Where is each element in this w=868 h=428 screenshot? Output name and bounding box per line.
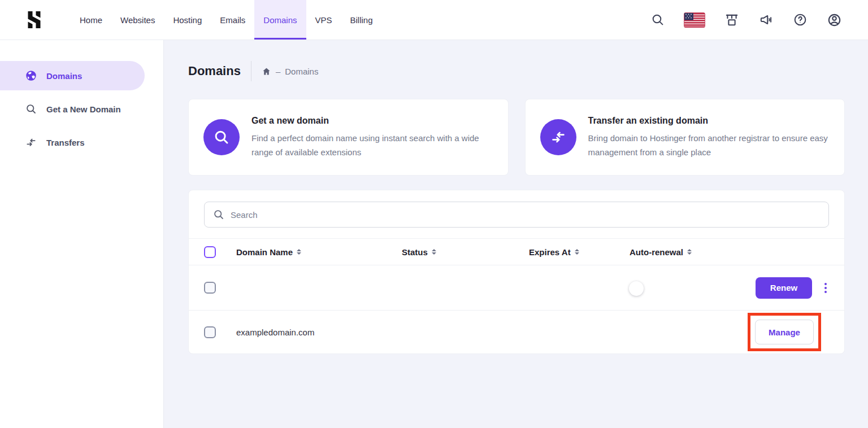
transfers-icon (25, 137, 37, 148)
header-divider (251, 61, 251, 81)
home-icon[interactable] (262, 67, 271, 76)
sort-icon (432, 249, 436, 255)
column-header-expires-at[interactable]: Expires At (529, 247, 630, 257)
us-flag-icon[interactable] (684, 12, 705, 28)
transfer-domain-card[interactable]: Transfer an existing domain Bring domain… (525, 99, 845, 176)
sort-icon (687, 249, 692, 255)
search-icon[interactable] (651, 13, 665, 27)
topbar-actions (651, 0, 868, 40)
hostinger-logo[interactable] (25, 0, 44, 40)
nav-item-vps[interactable]: VPS (306, 0, 341, 40)
card-text: Get a new domain Find a perfect domain n… (251, 116, 493, 159)
sidebar-item-label: Transfers (46, 138, 85, 147)
row-checkbox[interactable] (204, 326, 216, 338)
table-row: Renew (189, 265, 844, 311)
sidebar-item-label: Get a New Domain (46, 104, 121, 114)
nav-item-home[interactable]: Home (71, 0, 111, 40)
table-row: exampledomain.com Manage (189, 311, 844, 353)
breadcrumb-separator: – (276, 67, 280, 76)
card-title: Transfer an existing domain (588, 116, 830, 126)
search-icon (25, 103, 37, 115)
manage-button[interactable]: Manage (755, 320, 814, 344)
sort-icon (575, 249, 579, 255)
card-description: Bring domain to Hostinger from another r… (588, 131, 830, 159)
table-search (204, 202, 829, 228)
sidebar-item-label: Domains (46, 71, 82, 81)
kebab-menu-icon[interactable] (822, 281, 829, 295)
marketplace-icon[interactable] (724, 12, 739, 27)
nav-item-billing[interactable]: Billing (341, 0, 382, 40)
main-content: Domains – Domains Get a new domain (164, 40, 868, 428)
column-header-status[interactable]: Status (402, 247, 529, 257)
page-header: Domains – Domains (188, 61, 845, 81)
transfer-icon (540, 119, 576, 155)
get-new-domain-card[interactable]: Get a new domain Find a perfect domain n… (188, 99, 509, 176)
domains-table-card: Domain Name Status Expires At Auto-renew… (188, 190, 845, 354)
globe-icon (25, 69, 37, 82)
toggle-knob (629, 281, 644, 296)
row-checkbox[interactable] (204, 282, 216, 294)
search-icon (213, 209, 224, 220)
breadcrumb: – Domains (262, 67, 319, 76)
sidebar: Domains Get a New Domain Transfers (0, 40, 164, 428)
card-text: Transfer an existing domain Bring domain… (588, 116, 830, 159)
announcements-icon[interactable] (758, 12, 774, 27)
row-actions: Manage (705, 313, 829, 351)
red-highlight-box: Manage (748, 313, 821, 351)
sidebar-item-domains[interactable]: Domains (0, 61, 145, 90)
card-description: Find a perfect domain name using instant… (251, 131, 493, 159)
search-input[interactable] (231, 210, 820, 220)
nav-item-domains[interactable]: Domains (254, 0, 306, 40)
promo-cards: Get a new domain Find a perfect domain n… (188, 99, 845, 176)
select-all-checkbox[interactable] (204, 246, 216, 258)
account-icon[interactable] (827, 12, 842, 28)
search-icon (203, 119, 240, 155)
sidebar-item-transfers[interactable]: Transfers (0, 128, 145, 157)
help-icon[interactable] (793, 12, 808, 27)
sort-icon (297, 249, 301, 255)
auto-renewal-cell (630, 283, 705, 292)
column-header-domain-name[interactable]: Domain Name (236, 247, 402, 257)
page-title: Domains (188, 64, 241, 78)
hostinger-logo-icon (25, 10, 44, 29)
breadcrumb-current: Domains (285, 67, 318, 76)
table-header-row: Domain Name Status Expires At Auto-renew… (189, 238, 844, 265)
nav-item-hosting[interactable]: Hosting (164, 0, 211, 40)
nav-item-emails[interactable]: Emails (211, 0, 254, 40)
top-navigation-bar: Home Websites Hosting Emails Domains VPS… (0, 0, 868, 40)
row-actions: Renew (705, 277, 829, 299)
column-header-auto-renewal[interactable]: Auto-renewal (630, 247, 705, 257)
domain-name-cell: exampledomain.com (236, 327, 402, 337)
sidebar-item-get-a-new-domain[interactable]: Get a New Domain (0, 94, 145, 124)
renew-button[interactable]: Renew (756, 277, 812, 299)
card-title: Get a new domain (251, 116, 493, 126)
nav-item-websites[interactable]: Websites (111, 0, 164, 40)
main-nav: Home Websites Hosting Emails Domains VPS… (71, 0, 382, 40)
